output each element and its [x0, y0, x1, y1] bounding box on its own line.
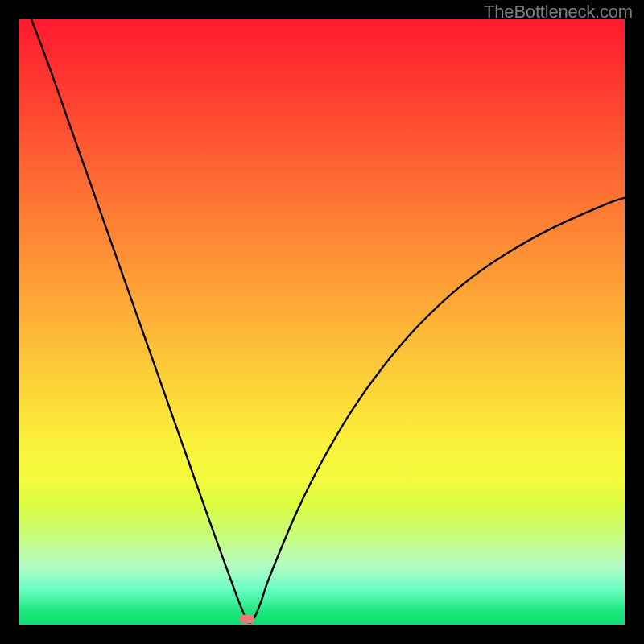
chart-frame: TheBottleneck.com — [0, 0, 644, 644]
bottleneck-curve-path — [31, 19, 625, 623]
minimum-marker — [239, 615, 254, 624]
curve-svg — [19, 19, 625, 625]
plot-area — [19, 19, 625, 625]
